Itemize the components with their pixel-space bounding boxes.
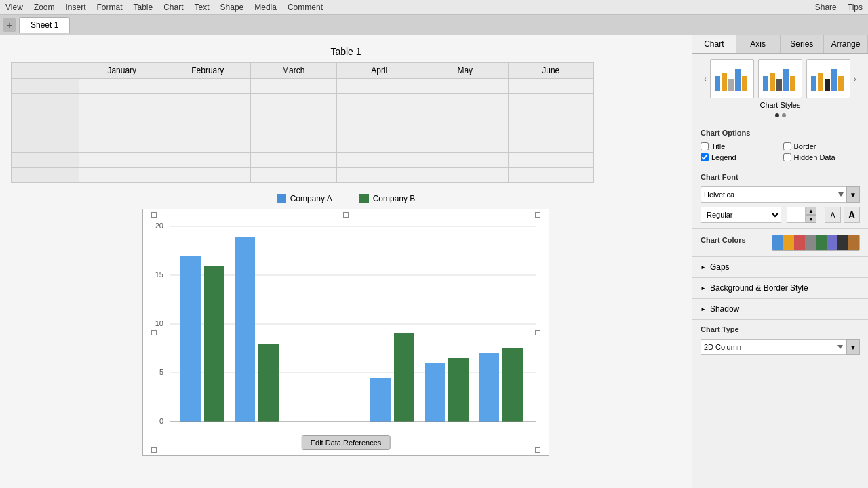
table-title: Table 1: [11, 46, 681, 57]
cell-2-3[interactable]: [251, 108, 337, 123]
option-border[interactable]: Border: [783, 142, 861, 150]
cell-5-6[interactable]: [508, 153, 594, 168]
cell-1-1[interactable]: [79, 94, 165, 108]
menu-media[interactable]: Media: [254, 3, 277, 12]
cell-1-3[interactable]: [251, 94, 337, 108]
option-hidden-data-checkbox[interactable]: [783, 153, 791, 161]
cell-6-4[interactable]: [336, 168, 422, 183]
cell-4-6[interactable]: [508, 138, 594, 153]
option-hidden-data[interactable]: Hidden Data: [783, 153, 861, 161]
cell-3-5[interactable]: [422, 123, 509, 138]
cell-6-1[interactable]: [79, 168, 165, 183]
cell-5-4[interactable]: [336, 153, 422, 168]
cell-6-5[interactable]: [422, 168, 509, 183]
font-size-large-btn[interactable]: A: [844, 207, 860, 223]
shadow-section[interactable]: ► Shadow: [692, 299, 868, 320]
cell-4-5[interactable]: [422, 138, 509, 153]
cell-6-6[interactable]: [508, 168, 594, 183]
cell-5-1[interactable]: [79, 153, 165, 168]
cell-6-3[interactable]: [251, 168, 337, 183]
chart-type-select[interactable]: 2D Column 3D Column Bar Line Area Pie: [701, 339, 846, 355]
edit-data-references-button[interactable]: Edit Data References: [302, 435, 391, 450]
cell-0-0[interactable]: [12, 79, 79, 94]
tab-chart[interactable]: Chart: [692, 35, 736, 53]
cell-3-1[interactable]: [79, 123, 165, 138]
chart-type-arrow[interactable]: ▼: [846, 339, 860, 355]
cell-5-0[interactable]: [12, 153, 79, 168]
cell-2-4[interactable]: [336, 108, 422, 123]
cell-0-5[interactable]: [422, 79, 509, 94]
cell-1-0[interactable]: [12, 94, 79, 108]
cell-4-1[interactable]: [79, 138, 165, 153]
cell-0-1[interactable]: [79, 79, 165, 94]
cell-4-4[interactable]: [336, 138, 422, 153]
stepper-up[interactable]: ▲: [806, 207, 816, 215]
menu-tips[interactable]: Tips: [848, 3, 863, 12]
stepper-down[interactable]: ▼: [806, 215, 816, 223]
chart-style-3[interactable]: [806, 59, 850, 98]
font-dropdown-arrow[interactable]: ▼: [846, 186, 860, 203]
menu-format[interactable]: Format: [97, 3, 123, 12]
menu-share[interactable]: Share: [815, 3, 837, 12]
cell-3-6[interactable]: [508, 123, 594, 138]
cell-4-3[interactable]: [251, 138, 337, 153]
svg-rect-11: [715, 76, 720, 91]
cell-0-6[interactable]: [508, 79, 594, 94]
font-style-select[interactable]: Regular: [701, 207, 781, 223]
cell-2-6[interactable]: [508, 108, 594, 123]
tab-series[interactable]: Series: [781, 35, 825, 53]
menu-text[interactable]: Text: [195, 3, 210, 12]
menu-shape[interactable]: Shape: [220, 3, 244, 12]
stepper-input[interactable]: [787, 207, 806, 223]
cell-2-2[interactable]: [165, 108, 251, 123]
shadow-arrow: ►: [701, 306, 706, 312]
menu-insert[interactable]: Insert: [65, 3, 85, 12]
option-legend[interactable]: Legend: [701, 153, 778, 161]
cell-0-3[interactable]: [251, 79, 337, 94]
chart-style-nav-right[interactable]: ›: [850, 75, 860, 83]
chart-style-nav-left[interactable]: ‹: [701, 75, 710, 83]
option-legend-checkbox[interactable]: [701, 153, 709, 161]
chart-style-thumbnails: [710, 59, 850, 98]
option-title-checkbox[interactable]: [701, 142, 709, 150]
font-size-small-btn[interactable]: A: [825, 207, 841, 223]
option-title[interactable]: Title: [701, 142, 778, 150]
gaps-section[interactable]: ► Gaps: [692, 257, 868, 278]
tab-axis[interactable]: Axis: [736, 35, 781, 53]
tab-arrange[interactable]: Arrange: [824, 35, 868, 53]
font-name-select[interactable]: Helvetica: [701, 186, 847, 203]
chart-style-1[interactable]: [710, 59, 754, 98]
menu-view[interactable]: View: [5, 3, 23, 12]
option-border-checkbox[interactable]: [783, 142, 791, 150]
cell-1-5[interactable]: [422, 94, 509, 108]
cell-5-3[interactable]: [251, 153, 337, 168]
menu-chart[interactable]: Chart: [163, 3, 183, 12]
option-hidden-data-label: Hidden Data: [794, 153, 835, 161]
cell-6-0[interactable]: [12, 168, 79, 183]
cell-6-2[interactable]: [165, 168, 251, 183]
cell-4-2[interactable]: [165, 138, 251, 153]
cell-1-2[interactable]: [165, 94, 251, 108]
cell-0-4[interactable]: [336, 79, 422, 94]
cell-2-1[interactable]: [79, 108, 165, 123]
cell-2-5[interactable]: [422, 108, 509, 123]
cell-5-5[interactable]: [422, 153, 509, 168]
cell-3-0[interactable]: [12, 123, 79, 138]
menu-table[interactable]: Table: [134, 3, 153, 12]
chart-style-2[interactable]: [758, 59, 802, 98]
cell-3-3[interactable]: [251, 123, 337, 138]
menu-zoom[interactable]: Zoom: [34, 3, 55, 12]
add-sheet-button[interactable]: +: [3, 18, 16, 32]
cell-0-2[interactable]: [165, 79, 251, 94]
cell-3-4[interactable]: [336, 123, 422, 138]
cell-1-6[interactable]: [508, 94, 594, 108]
cell-1-4[interactable]: [336, 94, 422, 108]
menu-comment[interactable]: Comment: [288, 3, 323, 12]
cell-2-0[interactable]: [12, 108, 79, 123]
cell-5-2[interactable]: [165, 153, 251, 168]
background-border-section[interactable]: ► Background & Border Style: [692, 278, 868, 299]
cell-4-0[interactable]: [12, 138, 79, 153]
chart-color-palette[interactable]: [772, 235, 860, 251]
cell-3-2[interactable]: [165, 123, 251, 138]
sheet-tab-1[interactable]: Sheet 1: [19, 17, 70, 33]
